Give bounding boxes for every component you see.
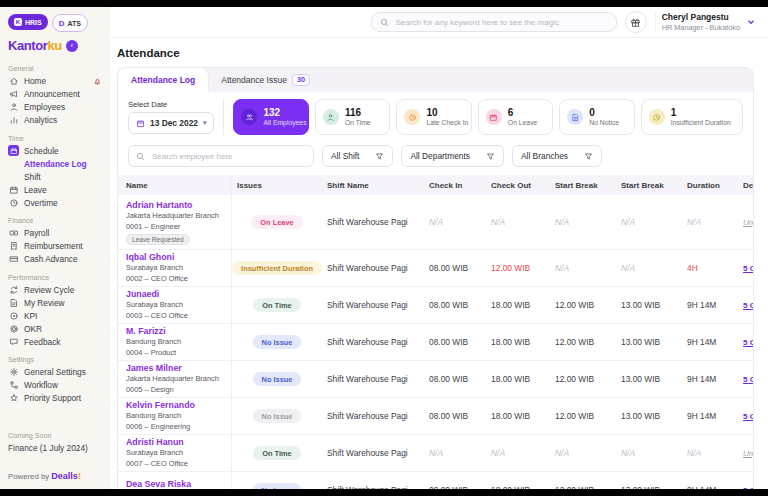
- calendar-icon: [10, 147, 18, 155]
- cell-name: Adristi Hanun Surabaya Branch 0007 – CEO…: [118, 435, 232, 471]
- powered-by: Powered by Dealls!: [8, 471, 102, 481]
- rewards-button[interactable]: [625, 11, 647, 33]
- employee-name-link[interactable]: Dea Seva Riska: [126, 478, 226, 489]
- description-link[interactable]: 5 Checkpoints: [743, 486, 753, 489]
- stat-card-on-leave[interactable]: 6 On Leave: [478, 99, 553, 135]
- sidebar-item-payroll[interactable]: Payroll: [8, 227, 102, 240]
- issue-badge: No Issue: [253, 409, 302, 423]
- stat-card-no-notice[interactable]: 0 No Notice: [559, 99, 634, 135]
- sidebar-item-attendance-log[interactable]: Attendance Log: [8, 158, 102, 171]
- sidebar-item-schedule[interactable]: Schedule: [8, 145, 102, 158]
- employee-name-link[interactable]: James Milner: [126, 362, 226, 374]
- ats-logo-icon: D: [59, 19, 65, 28]
- sidebar-item-leave[interactable]: Leave: [8, 184, 102, 197]
- sidebar-item-kpi[interactable]: KPI: [8, 310, 102, 323]
- filter-all-shift[interactable]: All Shift: [322, 145, 393, 167]
- sidebar-item-feedback[interactable]: Feedback: [8, 336, 102, 349]
- employee-branch: Surabaya Branch: [126, 448, 226, 459]
- date-picker-button[interactable]: 13 Dec 2022 ▾: [128, 112, 214, 134]
- cell-description: 5 Checkpoints: [738, 411, 753, 421]
- description-link[interactable]: 5 Checkpoints: [743, 301, 753, 310]
- sidebar-item-overtime[interactable]: Overtime: [8, 197, 102, 210]
- sidebar-collapse-button[interactable]: ‹: [66, 40, 78, 52]
- sidebar-item-review-cycle[interactable]: Review Cycle: [8, 284, 102, 297]
- doc-icon: [9, 298, 19, 308]
- cell-duration: 9H 14M: [682, 300, 738, 310]
- leave-requested-tag: Leave Requested: [126, 234, 190, 245]
- sidebar-item-cash-advance[interactable]: Cash Advance: [8, 253, 102, 266]
- hris-pill-button[interactable]: K HRIS: [8, 14, 48, 30]
- global-search[interactable]: [371, 12, 617, 32]
- date-picker-value: 13 Dec 2022: [150, 118, 198, 128]
- filter-all-shift-label: All Shift: [331, 151, 359, 161]
- sidebar-item-announcement[interactable]: Announcement: [8, 88, 102, 101]
- search-icon: [380, 18, 389, 27]
- stat-card-insufficient-duration[interactable]: 1 Insufficient Duration: [641, 99, 743, 135]
- tab-attendance-log[interactable]: Attendance Log: [118, 68, 208, 92]
- cell-description: 5 Checkpoints: [738, 337, 753, 347]
- sidebar-item-shift[interactable]: Shift: [8, 171, 102, 184]
- employee-name-link[interactable]: Junaedi: [126, 288, 226, 300]
- cell-name: Iqbal Ghoni Surabaya Branch 0002 – CEO O…: [118, 250, 232, 286]
- filter-all-branches[interactable]: All Branches: [512, 145, 602, 167]
- cell-duration: N/A: [682, 217, 738, 227]
- employee-name-link[interactable]: Adristi Hanun: [126, 436, 226, 448]
- user-menu[interactable]: Cheryl Pangestu HR Manager - Bukatoko: [655, 12, 756, 33]
- table-row[interactable]: Adristi Hanun Surabaya Branch 0007 – CEO…: [118, 435, 753, 472]
- description-link: Unpaid leave: [743, 449, 753, 458]
- table-row[interactable]: Dea Seva Riska Bandung Branch No Issue S…: [118, 472, 753, 489]
- global-search-input[interactable]: [394, 17, 608, 28]
- filter-all-departments[interactable]: All Departments: [401, 145, 504, 167]
- description-link[interactable]: 5 Checkpoints: [743, 338, 753, 347]
- calendar-icon: [136, 119, 145, 128]
- employee-name-link[interactable]: Adrian Hartanto: [126, 199, 226, 211]
- employee-name-link[interactable]: Iqbal Ghoni: [126, 251, 226, 263]
- cell-duration: 9H 14M: [682, 411, 738, 421]
- description-link[interactable]: 5 Checkpoints: [743, 375, 753, 384]
- cell-name: Junaedi Surabaya Branch 0003 – CEO Offic…: [118, 287, 232, 323]
- description-link[interactable]: 5 Checkpoints: [743, 264, 753, 273]
- issue-badge: No Issue: [253, 483, 302, 489]
- sidebar-item-workflow[interactable]: Workflow: [8, 379, 102, 392]
- person-icon: [9, 102, 19, 112]
- description-link[interactable]: 5 Checkpoints: [743, 412, 753, 421]
- employee-search-input[interactable]: [150, 151, 306, 162]
- home-icon: [9, 76, 19, 86]
- table-row[interactable]: Kelvin Fernando Bandung Branch 0006 – En…: [118, 398, 753, 435]
- sidebar-item-reimbursement[interactable]: Reimbursement: [8, 240, 102, 253]
- sidebar-item-priority-support[interactable]: Priority Support: [8, 392, 102, 405]
- stat-card-all-employees[interactable]: 132 All Employees: [233, 99, 308, 135]
- table-row[interactable]: James Milner Jakarta Headquarter Branch …: [118, 361, 753, 398]
- employee-search[interactable]: [128, 145, 314, 167]
- cell-name: James Milner Jakarta Headquarter Branch …: [118, 361, 232, 397]
- table-row[interactable]: Junaedi Surabaya Branch 0003 – CEO Offic…: [118, 287, 753, 324]
- stat-card-on-time[interactable]: 116 On Time: [315, 99, 390, 135]
- sidebar-item-general-settings[interactable]: General Settings: [8, 366, 102, 379]
- stat-card-late-check-in[interactable]: 10 Late Check In: [396, 99, 471, 135]
- cell-issues: On Time: [232, 446, 322, 460]
- funnel-icon: [584, 152, 593, 161]
- tab-attendance-issue[interactable]: Attendance Issue 30: [208, 68, 323, 92]
- table-row[interactable]: Adrian Hartanto Jakarta Headquarter Bran…: [118, 195, 753, 250]
- employee-name-link[interactable]: M. Farizzi: [126, 325, 226, 337]
- cell-duration: N/A: [682, 448, 738, 458]
- ats-pill-button[interactable]: D ATS: [52, 14, 88, 32]
- cell-end-break: N/A: [616, 217, 682, 227]
- nodes-icon: [9, 380, 19, 390]
- filter-all-branches-label: All Branches: [521, 151, 568, 161]
- sidebar-item-employees[interactable]: Employees: [8, 101, 102, 114]
- sidebar-item-okr[interactable]: OKR: [8, 323, 102, 336]
- employee-branch: Jakarta Headquarter Branch: [126, 211, 226, 222]
- funnel-icon: [375, 152, 384, 161]
- card-icon: [9, 254, 19, 264]
- table-row[interactable]: Iqbal Ghoni Surabaya Branch 0002 – CEO O…: [118, 250, 753, 287]
- sidebar-item-analytics[interactable]: Analytics: [8, 114, 102, 127]
- table-row[interactable]: M. Farizzi Bandung Branch 0004 – Product…: [118, 324, 753, 361]
- employee-name-link[interactable]: Kelvin Fernando: [126, 399, 226, 411]
- cell-check-out: 18.00 WIB: [486, 300, 550, 310]
- sidebar-item-my-review[interactable]: My Review: [8, 297, 102, 310]
- sidebar-item-home[interactable]: Home: [8, 75, 102, 88]
- cell-check-out: 18.00 WIB: [486, 374, 550, 384]
- cell-shift-name: Shift Warehouse Pagi: [322, 374, 424, 384]
- cell-start-break: 12.00 WIB: [550, 337, 616, 347]
